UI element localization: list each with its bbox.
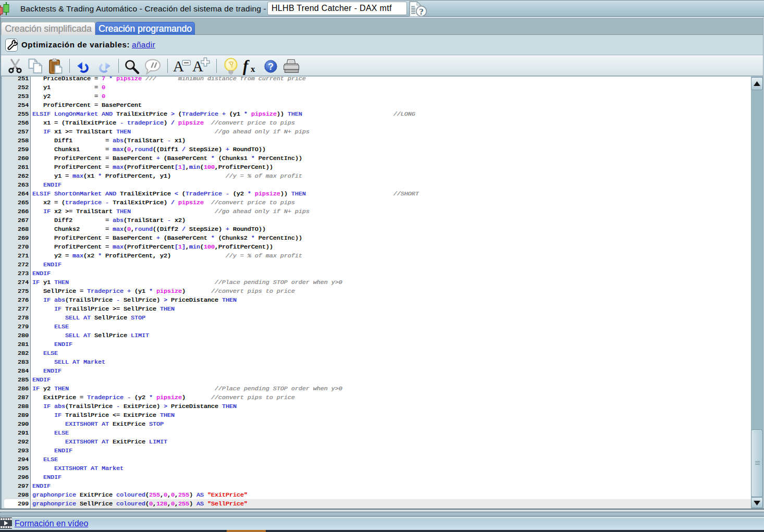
svg-text:?: ? [268, 61, 274, 72]
svg-text:?: ? [419, 7, 424, 17]
